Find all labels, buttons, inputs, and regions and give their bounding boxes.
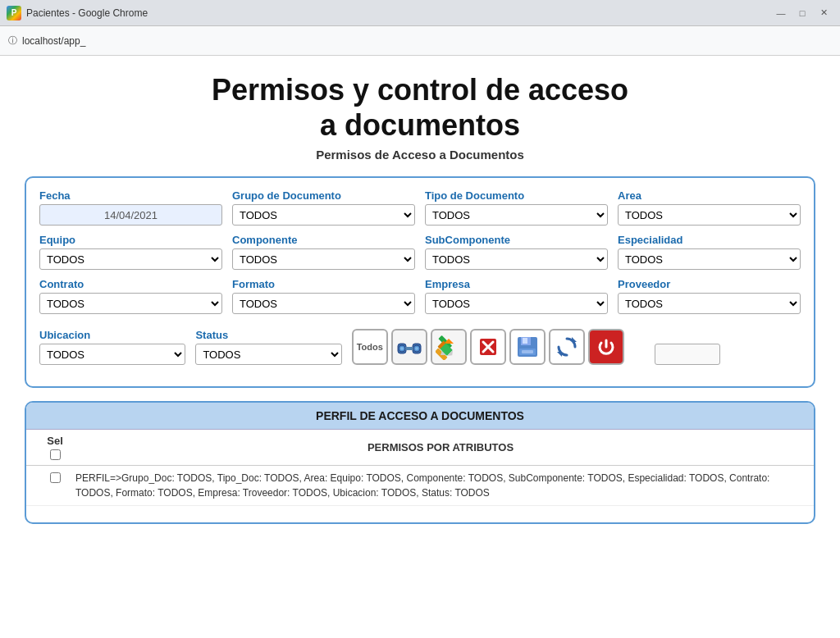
ubicacion-label: Ubicacion [39,329,185,341]
minimize-button[interactable]: — [771,5,791,21]
binoculars-icon [396,334,422,360]
filter-group-subcomponente: SubComponente TODOS [425,234,608,270]
subcomponente-label: SubComponente [425,234,608,246]
save-icon [514,334,541,360]
filter-group-componente: Componente TODOS [232,234,415,270]
svg-marker-23 [557,352,562,357]
todos-button[interactable]: Todos [352,329,388,365]
page-subtitle: Permisos de Acceso a Documentos [25,148,815,162]
result-table-header: PERFIL DE ACCESO A DOCUMENTOS [26,403,814,430]
svg-rect-21 [522,350,533,353]
address-info-icon: ⓘ [8,34,17,47]
address-url[interactable]: localhost/app_ [22,35,85,47]
filter-group-status: Status TODOS [195,329,341,365]
svg-rect-2 [405,347,413,350]
filter-group-grupo-doc: Grupo de Documento TODOS [232,189,415,226]
proveedor-select[interactable]: TODOS [618,293,801,314]
chrome-titlebar: P Pacientes - Google Chrome — □ ✕ [0,0,840,26]
pencil-icon [436,334,462,360]
grupo-doc-select[interactable]: TODOS [232,204,415,226]
row-checkbox[interactable] [50,472,61,483]
chrome-app-icon: P [7,6,21,21]
especialidad-label: Especialidad [618,234,801,246]
save-button[interactable] [509,329,546,365]
fecha-label: Fecha [39,189,222,202]
maximize-button[interactable]: □ [792,5,812,21]
filter-row-3: Contrato TODOS Formato TODOS Empresa TOD… [39,278,801,314]
filter-group-especialidad: Especialidad TODOS [618,234,801,270]
empresa-select[interactable]: TODOS [425,293,608,314]
ubicacion-select[interactable]: TODOS [39,344,185,365]
result-columns-header: Sel PERMISOS POR ATRIBUTOS [26,430,814,466]
filter-row-2: Equipo TODOS Componente TODOS SubCompone… [39,234,801,270]
contrato-select[interactable]: TODOS [39,293,222,314]
action-buttons-group: Todos [352,329,645,365]
proveedor-label: Proveedor [618,278,801,290]
filter-group-formato: Formato TODOS [232,278,415,314]
edit-button[interactable] [431,329,467,365]
formato-label: Formato [232,278,415,290]
especialidad-select[interactable]: TODOS [618,248,801,270]
row-permisos-text: PERFIL=>Grupo_Doc: TODOS, Tipo_Doc: TODO… [75,471,806,500]
delete-button[interactable] [470,329,506,365]
col-sel-header: Sel [34,435,75,460]
filter-group-contrato: Contrato TODOS [39,278,222,314]
contrato-label: Contrato [39,278,222,290]
result-footer [26,506,814,522]
fecha-input[interactable] [39,204,222,226]
area-select[interactable]: TODOS [618,204,801,226]
componente-select[interactable]: TODOS [232,248,415,270]
formato-select[interactable]: TODOS [232,293,415,314]
subcomponente-select[interactable]: TODOS [425,248,608,270]
empresa-label: Empresa [425,278,608,290]
window-controls: — □ ✕ [771,5,833,21]
filter-row-4: Ubicacion TODOS Status TODOS Todos [39,322,801,365]
exit-button[interactable] [588,329,624,365]
row-checkbox-cell [34,471,75,483]
page-title: Permisos y control de acceso a documento… [25,72,815,143]
close-button[interactable]: ✕ [814,5,833,21]
filter-group-fecha: Fecha [39,189,222,226]
delete-icon [475,334,501,360]
chrome-addressbar: ⓘ localhost/app_ [0,26,840,56]
filter-row-1: Fecha Grupo de Documento TODOS Tipo de D… [39,189,801,226]
status-select[interactable]: TODOS [195,344,341,365]
componente-label: Componente [232,234,415,246]
filter-group-empresa: Empresa TODOS [425,278,608,314]
filter-panel: Fecha Grupo de Documento TODOS Tipo de D… [25,176,815,388]
tipo-doc-label: Tipo de Documento [425,189,608,202]
filter-group-ubicacion: Ubicacion TODOS [39,329,185,365]
filter-group-area: Area TODOS [618,189,801,226]
filter-group-equipo: Equipo TODOS [39,234,222,270]
select-all-checkbox[interactable] [50,449,61,460]
table-row: PERFIL=>Grupo_Doc: TODOS, Tipo_Doc: TODO… [26,466,814,506]
refresh-button[interactable] [549,329,585,365]
svg-rect-19 [523,338,527,344]
result-panel: PERFIL DE ACCESO A DOCUMENTOS Sel PERMIS… [25,401,815,524]
svg-point-5 [400,347,404,350]
svg-marker-22 [572,337,577,342]
filter-group-tipo-doc: Tipo de Documento TODOS [425,189,608,226]
status-label: Status [195,329,341,341]
filter-group-proveedor: Proveedor TODOS [618,278,801,314]
col-permisos-header: PERMISOS POR ATRIBUTOS [75,441,806,453]
power-icon [593,334,619,360]
area-label: Area [618,189,801,202]
refresh-icon [554,334,580,360]
tipo-doc-select[interactable]: TODOS [425,204,608,226]
svg-point-6 [415,347,418,350]
equipo-select[interactable]: TODOS [39,248,222,270]
equipo-label: Equipo [39,234,222,246]
grupo-doc-label: Grupo de Documento [232,189,415,202]
main-content: Permisos y control de acceso a documento… [0,56,840,638]
search-text-input[interactable] [655,344,720,365]
search-button[interactable] [391,329,427,365]
window-title: Pacientes - Google Chrome [26,7,771,19]
